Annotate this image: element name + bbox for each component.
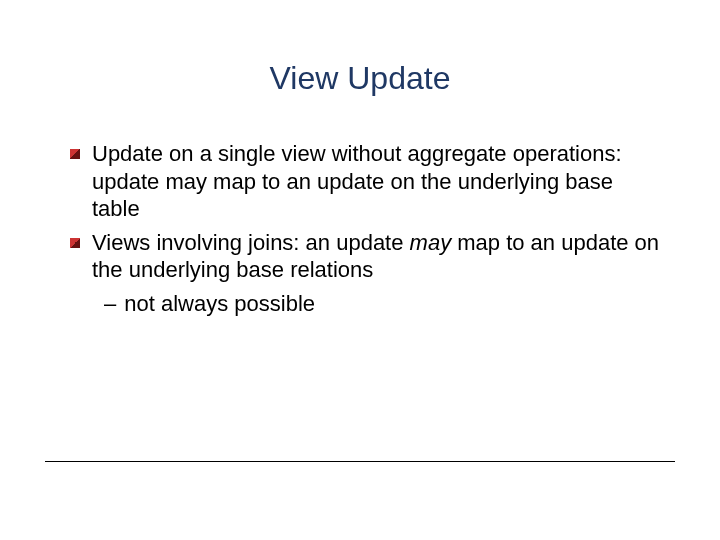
slide-body: Update on a single view without aggregat… (70, 140, 660, 317)
list-subitem-text: not always possible (124, 290, 315, 318)
slide-title: View Update (0, 60, 720, 97)
list-item: Update on a single view without aggregat… (70, 140, 660, 223)
list-item: Views involving joins: an update may map… (70, 229, 660, 284)
text-prefix: Views involving joins: an update (92, 230, 410, 255)
bullet-icon (70, 149, 80, 159)
slide: View Update Update on a single view with… (0, 0, 720, 540)
list-subitem: – not always possible (104, 290, 660, 318)
text-italic: may (410, 230, 452, 255)
list-item-text: Views involving joins: an update may map… (92, 229, 660, 284)
bullet-icon (70, 238, 80, 248)
dash-bullet: – (104, 290, 116, 318)
list-item-text: Update on a single view without aggregat… (92, 140, 660, 223)
footer-divider (45, 461, 675, 462)
